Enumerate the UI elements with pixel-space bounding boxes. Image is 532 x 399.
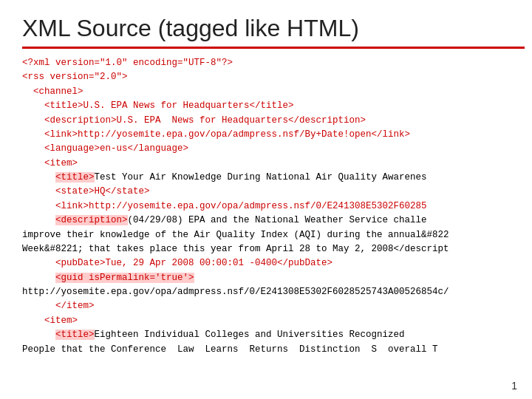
xml-tag: <language>en-us</language>: [22, 143, 188, 154]
xml-line: <title>Test Your Air Knowledge During Na…: [22, 171, 510, 185]
xml-text: Week&#8221; that takes place this year f…: [22, 244, 449, 254]
xml-tag: <link>http://yosemite.epa.gov/opa/admpre…: [22, 201, 427, 211]
xml-highlight-tag: <title>: [55, 330, 95, 340]
xml-line: <?xml version="1.0" encoding="UTF-8"?>: [22, 56, 510, 70]
xml-content: <?xml version="1.0" encoding="UTF-8"?><r…: [22, 56, 510, 357]
xml-line: </item>: [22, 299, 510, 313]
xml-highlight-tag: <guid isPermalink='true'>: [55, 273, 194, 283]
xml-text: [22, 273, 55, 283]
xml-line: <state>HQ</state>: [22, 185, 510, 199]
xml-line: <title>U.S. EPA News for Headquarters</t…: [22, 99, 510, 113]
xml-line: <link>http://yosemite.epa.gov/opa/admpre…: [22, 128, 510, 142]
xml-text: Eighteen Individual Colleges and Univers…: [95, 330, 405, 340]
xml-line: <pubDate>Tue, 29 Apr 2008 00:00:01 -0400…: [22, 256, 510, 270]
xml-tag: <channel>: [22, 86, 83, 97]
xml-line: http://yosemite.epa.gov/opa/admpress.nsf…: [22, 285, 510, 299]
xml-tag: <link>http://yosemite.epa.gov/opa/admpre…: [22, 129, 410, 140]
xml-line: <description>U.S. EPA News for Headquart…: [22, 114, 510, 128]
xml-tag: <item>: [22, 316, 78, 326]
xml-text: People that the Conference Law Learns Re…: [22, 344, 438, 355]
xml-tag: <item>: [22, 158, 78, 168]
title-underline: [22, 47, 525, 49]
xml-text: [22, 172, 55, 183]
xml-highlight-tag: <title>: [55, 172, 95, 183]
xml-tag: <pubDate>Tue, 29 Apr 2008 00:00:01 -0400…: [22, 258, 332, 268]
xml-text: [22, 215, 55, 225]
slide-title: XML Source (tagged like HTML): [22, 15, 510, 42]
xml-tag: <rss version="2.0">: [22, 72, 128, 82]
xml-line: improve their knowledge of the Air Quali…: [22, 228, 510, 242]
xml-text: improve their knowledge of the Air Quali…: [22, 230, 449, 240]
xml-line: <title>Eighteen Individual Colleges and …: [22, 328, 510, 342]
xml-line: <language>en-us</language>: [22, 142, 510, 156]
xml-highlight-tag: <description>: [55, 215, 128, 225]
xml-tag: <title>U.S. EPA News for Headquarters</t…: [22, 100, 294, 111]
xml-tag: </item>: [22, 301, 95, 311]
slide-container: XML Source (tagged like HTML) <?xml vers…: [0, 0, 532, 399]
xml-line: Week&#8221; that takes place this year f…: [22, 242, 510, 256]
xml-line: People that the Conference Law Learns Re…: [22, 343, 510, 357]
xml-text: Test Your Air Knowledge During National …: [95, 172, 427, 183]
page-number: 1: [511, 380, 517, 392]
xml-line: <description>(04/29/08) EPA and the Nati…: [22, 214, 510, 228]
xml-text: http://yosemite.epa.gov/opa/admpress.nsf…: [22, 287, 449, 297]
xml-line: <channel>: [22, 85, 510, 99]
xml-line: <rss version="2.0">: [22, 70, 510, 84]
xml-line: <item>: [22, 157, 510, 171]
xml-text: (04/29/08) EPA and the National Weather …: [128, 215, 427, 225]
xml-tag: <state>HQ</state>: [22, 186, 150, 197]
xml-line: <link>http://yosemite.epa.gov/opa/admpre…: [22, 200, 510, 214]
xml-line: <guid isPermalink='true'>: [22, 271, 510, 285]
xml-tag: <description>U.S. EPA News for Headquart…: [22, 115, 366, 126]
xml-line: <item>: [22, 314, 510, 328]
xml-tag: <?xml version="1.0" encoding="UTF-8"?>: [22, 58, 233, 68]
xml-text: [22, 330, 55, 340]
